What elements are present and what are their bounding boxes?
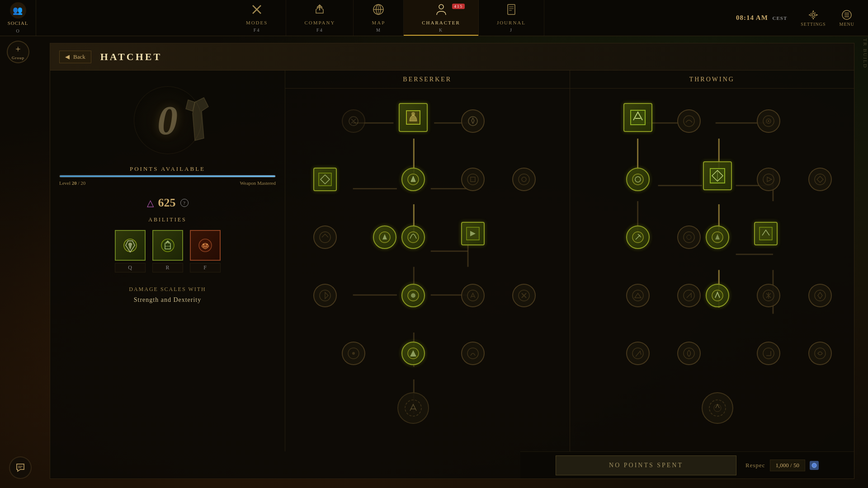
berserker-node-6[interactable] (461, 168, 485, 191)
company-label: COMPANY (304, 20, 335, 25)
berserker-node-11[interactable] (461, 222, 485, 245)
throwing-node-6[interactable] (757, 168, 780, 191)
throwing-node-12[interactable] (626, 284, 650, 307)
back-button[interactable]: ◀ Back (59, 51, 91, 63)
svg-point-47 (467, 174, 478, 185)
social-label: SOCIAL (8, 20, 28, 26)
ability-icon-r[interactable] (152, 230, 183, 261)
berserker-node-12[interactable] (313, 284, 337, 307)
no-points-label: NO POINTS SPENT (609, 462, 683, 469)
svg-point-25 (206, 244, 208, 245)
ability-icon-f[interactable] (190, 230, 221, 261)
svg-point-60 (352, 352, 355, 355)
throwing-node-20[interactable] (808, 342, 832, 365)
level-info: Level 20 / 20 Weapon Mastered (59, 180, 276, 186)
ability-icon-q[interactable] (115, 230, 146, 261)
throwing-node-3[interactable] (757, 109, 780, 133)
berserker-node-18[interactable] (461, 342, 485, 365)
journal-icon (505, 3, 518, 19)
skill-tree-area: BERSERKER THROWING (285, 70, 854, 479)
respec-count: 1,000 / 50 (770, 460, 805, 471)
throwing-node-19[interactable] (757, 342, 780, 365)
bottom-bar: NO POINTS SPENT Respec 1,000 / 50 (520, 451, 854, 479)
svg-point-56 (411, 293, 415, 298)
berserker-node-7[interactable] (512, 168, 536, 191)
svg-point-20 (128, 243, 132, 246)
throwing-section-label: THROWING (570, 70, 854, 89)
berserker-node-13[interactable] (401, 284, 425, 307)
svg-point-90 (815, 174, 826, 185)
throwing-node-5[interactable] (703, 161, 732, 190)
menu-button[interactable]: MENU (840, 9, 854, 27)
berserker-node-5[interactable] (401, 168, 425, 191)
berserker-node-16[interactable] (342, 342, 365, 365)
berserker-node-9[interactable] (373, 225, 396, 249)
nav-item-character[interactable]: 415 CHARACTER K (404, 0, 479, 36)
modes-label: MODES (246, 20, 268, 25)
berserker-node-17[interactable] (401, 342, 425, 365)
throwing-node-11[interactable] (754, 222, 778, 245)
group-label: Group (12, 56, 24, 60)
berserker-passive-node[interactable] (397, 392, 429, 424)
berserker-node-4[interactable] (313, 168, 337, 191)
nav-right: 08:14 AM CEST SETTINGS MENU (736, 9, 868, 27)
svg-point-86 (632, 174, 643, 185)
throwing-node-1[interactable] (623, 103, 652, 132)
throwing-node-7[interactable] (808, 168, 832, 191)
throwing-node-8[interactable] (626, 225, 650, 249)
abilities-row: Q R (115, 230, 221, 272)
svg-point-92 (684, 232, 694, 243)
berserker-node-2[interactable] (399, 103, 428, 132)
berserker-node-15[interactable] (512, 284, 536, 307)
throwing-node-2[interactable] (677, 109, 701, 133)
skill-tree-header: BERSERKER THROWING (285, 70, 854, 89)
chat-button[interactable] (9, 456, 32, 479)
no-points-button[interactable]: NO POINTS SPENT (556, 455, 736, 475)
berserker-node-8[interactable] (313, 225, 337, 249)
nav-item-journal[interactable]: JOURNAL J (479, 0, 544, 36)
throwing-passive-node[interactable] (702, 392, 733, 424)
berserker-node-3[interactable] (461, 109, 485, 133)
watermark: TR BUILD (863, 38, 868, 68)
svg-point-12 (811, 12, 816, 18)
nav-social[interactable]: 👥 SOCIAL O (0, 0, 36, 36)
throwing-node-10[interactable] (706, 225, 729, 249)
group-button[interactable]: + Group (7, 41, 29, 63)
throwing-node-9[interactable] (677, 225, 701, 249)
level-bar (59, 175, 276, 178)
modes-icon (250, 3, 263, 19)
throwing-node-15[interactable] (757, 284, 780, 307)
svg-point-24 (203, 244, 204, 245)
journal-label: JOURNAL (497, 20, 526, 25)
nav-items: MODES F4 COMPANY F4 (36, 0, 736, 36)
throwing-node-14[interactable] (706, 284, 729, 307)
ability-key-f: F (190, 263, 221, 272)
modes-key: F4 (254, 28, 260, 33)
berserker-node-1[interactable] (342, 109, 365, 133)
throwing-node-18[interactable] (677, 342, 701, 365)
abilities-label: ABILITIES (148, 216, 186, 223)
xp-help-button[interactable]: ? (180, 199, 189, 207)
svg-rect-7 (508, 5, 515, 14)
settings-button[interactable]: SETTINGS (801, 9, 826, 27)
svg-point-107 (812, 463, 816, 468)
throwing-node-17[interactable] (626, 342, 650, 365)
left-panel: 0 POINTS AVAILABLE Level 20 / 20 Weapon … (50, 70, 285, 451)
company-key: F4 (316, 28, 323, 33)
berserker-node-10[interactable] (401, 225, 425, 249)
nav-item-modes[interactable]: MODES F4 (228, 0, 287, 36)
svg-point-48 (519, 174, 529, 185)
level-bar-fill (60, 175, 275, 177)
xp-triangle-icon: △ (147, 197, 154, 208)
respec-currency-icon (810, 461, 819, 470)
settings-label: SETTINGS (801, 22, 826, 27)
throwing-node-13[interactable] (677, 284, 701, 307)
nav-item-company[interactable]: COMPANY F4 (286, 0, 354, 36)
svg-point-52 (408, 232, 419, 243)
throwing-node-4[interactable] (626, 168, 650, 191)
nav-item-map[interactable]: MAP M (354, 0, 404, 36)
svg-point-6 (439, 5, 443, 9)
throwing-node-16[interactable] (808, 284, 832, 307)
skill-trees (285, 89, 854, 451)
berserker-node-14[interactable] (461, 284, 485, 307)
